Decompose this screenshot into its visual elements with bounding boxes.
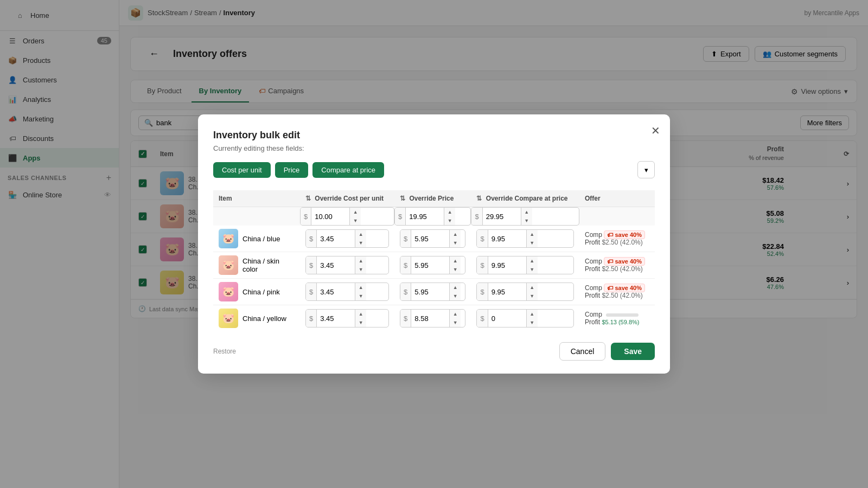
modal-item-thumb-2: 🐷 <box>219 282 238 301</box>
row-price-input-3[interactable] <box>411 310 449 327</box>
row-cost-input-1[interactable] <box>317 256 355 274</box>
save-button[interactable]: Save <box>611 343 655 360</box>
row-compare-currency-0: $ <box>477 230 488 247</box>
field-pills: Cost per unit Price Compare at price ▾ <box>213 161 655 178</box>
header-cost-input[interactable] <box>311 208 349 225</box>
header-compare-down[interactable]: ▼ <box>521 216 532 225</box>
row-cost-wrap-3: $ ▲ ▼ <box>305 309 389 328</box>
row-cost-input-2[interactable] <box>317 283 355 300</box>
modal-item-name-0: China / blue <box>242 235 280 243</box>
row-compare-up-1[interactable]: ▲ <box>527 256 538 265</box>
row-cost-down-3[interactable]: ▼ <box>355 318 366 327</box>
compare-header-icon: ⇅ <box>476 195 482 202</box>
comp-label-1: Comp 🏷 save 40% <box>585 258 645 265</box>
table-header-row: Item ⇅ Override Cost per unit ⇅ Override… <box>213 190 655 207</box>
fields-dropdown-button[interactable]: ▾ <box>637 161 655 178</box>
modal-table-row: 🐷 China / pink $ ▲ ▼ $ ▲ ▼ $ ▲ ▼ <box>213 279 655 305</box>
cost-per-unit-pill[interactable]: Cost per unit <box>213 162 271 178</box>
header-compare-spinners: ▲ ▼ <box>521 208 532 225</box>
row-compare-up-2[interactable]: ▲ <box>527 283 538 292</box>
row-price-down-0[interactable]: ▼ <box>450 239 461 247</box>
header-cost-up[interactable]: ▲ <box>350 208 361 216</box>
row-price-wrap-0: $ ▲ ▼ <box>400 229 465 248</box>
row-cost-wrap-2: $ ▲ ▼ <box>305 282 389 301</box>
modal-close-button[interactable]: ✕ <box>651 124 660 137</box>
row-cost-input-3[interactable] <box>317 310 355 327</box>
modal-item-info-1: 🐷 China / skin color <box>219 255 295 275</box>
profit-label-1: Profit $2.50 (42.0%) <box>585 265 643 273</box>
row-price-up-1[interactable]: ▲ <box>450 256 461 265</box>
row-cost-up-2[interactable]: ▲ <box>355 283 366 292</box>
header-price-down[interactable]: ▼ <box>444 216 455 225</box>
row-compare-input-2[interactable] <box>488 283 526 300</box>
cancel-button[interactable]: Cancel <box>559 342 606 361</box>
row-compare-up-3[interactable]: ▲ <box>527 310 538 318</box>
row-compare-wrap-1: $ ▲ ▼ <box>476 256 574 274</box>
row-price-down-1[interactable]: ▼ <box>450 265 461 274</box>
profit-val-3: $5.13 (59.8%) <box>602 319 639 325</box>
row-compare-down-3[interactable]: ▼ <box>527 318 538 327</box>
row-offer-3: Comp Profit $5.13 (59.8%) <box>579 305 655 332</box>
row-cost-down-2[interactable]: ▼ <box>355 292 366 300</box>
row-compare-wrap-0: $ ▲ ▼ <box>476 229 574 248</box>
row-price-up-0[interactable]: ▲ <box>450 230 461 239</box>
row-cost-down-1[interactable]: ▼ <box>355 265 366 274</box>
row-price-input-2[interactable] <box>411 283 449 300</box>
price-pill[interactable]: Price <box>275 162 309 178</box>
header-price-input[interactable] <box>406 208 444 225</box>
offer-header: Offer <box>579 190 655 207</box>
row-price-up-2[interactable]: ▲ <box>450 283 461 292</box>
modal-table-row: 🐷 China / yellow $ ▲ ▼ $ ▲ ▼ $ ▲ ▼ <box>213 305 655 332</box>
row-price-input-1[interactable] <box>411 256 449 274</box>
modal-table-row: 🐷 China / blue $ ▲ ▼ $ ▲ ▼ $ ▲ ▼ <box>213 226 655 252</box>
row-price-wrap-1: $ ▲ ▼ <box>400 256 465 274</box>
row-compare-currency-3: $ <box>477 310 488 327</box>
row-cost-down-0[interactable]: ▼ <box>355 239 366 247</box>
row-compare-up-0[interactable]: ▲ <box>527 230 538 239</box>
row-compare-currency-2: $ <box>477 283 488 300</box>
header-cost-down[interactable]: ▼ <box>350 216 361 225</box>
row-cost-up-1[interactable]: ▲ <box>355 256 366 265</box>
header-price-spinners: ▲ ▼ <box>444 208 455 225</box>
modal-item-name-2: China / pink <box>242 288 280 296</box>
modal-item-name-1: China / skin color <box>242 257 295 273</box>
modal-item-thumb-1: 🐷 <box>219 255 238 275</box>
header-price-up[interactable]: ▲ <box>444 208 455 216</box>
profit-label-2: Profit $2.50 (42.0%) <box>585 292 643 299</box>
comp-label-2: Comp 🏷 save 40% <box>585 284 645 292</box>
row-compare-down-0[interactable]: ▼ <box>527 239 538 247</box>
modal-item-thumb-0: 🐷 <box>219 229 238 248</box>
profit-val-1: $2.50 (42.0%) <box>602 265 642 273</box>
row-price-input-0[interactable] <box>411 230 449 247</box>
row-price-currency-2: $ <box>400 283 411 300</box>
row-price-down-3[interactable]: ▼ <box>450 318 461 327</box>
row-cost-up-3[interactable]: ▲ <box>355 310 366 318</box>
row-compare-input-0[interactable] <box>488 230 526 247</box>
row-compare-wrap-2: $ ▲ ▼ <box>476 282 574 301</box>
row-price-down-2[interactable]: ▼ <box>450 292 461 300</box>
row-cost-currency-2: $ <box>306 283 317 300</box>
row-price-up-3[interactable]: ▲ <box>450 310 461 318</box>
row-compare-input-3[interactable] <box>488 310 526 327</box>
modal-subtitle: Currently editing these fields: <box>213 144 655 152</box>
row-compare-input-1[interactable] <box>488 256 526 274</box>
compare-at-price-pill[interactable]: Compare at price <box>312 162 384 178</box>
header-compare-input-wrap: $ ▲ ▼ <box>471 207 579 226</box>
row-compare-down-2[interactable]: ▼ <box>527 292 538 300</box>
row-cost-up-0[interactable]: ▲ <box>355 230 366 239</box>
header-price-input-wrap: $ ▲ ▼ <box>394 207 471 226</box>
restore-link[interactable]: Restore <box>213 348 236 355</box>
row-cost-input-0[interactable] <box>317 230 355 247</box>
header-cost-spinners: ▲ ▼ <box>349 208 361 225</box>
modal-title: Inventory bulk edit <box>213 130 655 141</box>
row-cost-wrap-0: $ ▲ ▼ <box>305 229 389 248</box>
row-price-wrap-2: $ ▲ ▼ <box>400 282 465 301</box>
row-compare-down-1[interactable]: ▼ <box>527 265 538 274</box>
profit-label-0: Profit $2.50 (42.0%) <box>585 239 643 246</box>
header-compare-currency: $ <box>471 208 482 225</box>
row-price-currency-0: $ <box>400 230 411 247</box>
header-compare-up[interactable]: ▲ <box>521 208 532 216</box>
header-cost-currency: $ <box>301 208 311 225</box>
header-compare-input[interactable] <box>483 208 521 225</box>
save-badge-1: 🏷 save 40% <box>604 257 645 266</box>
